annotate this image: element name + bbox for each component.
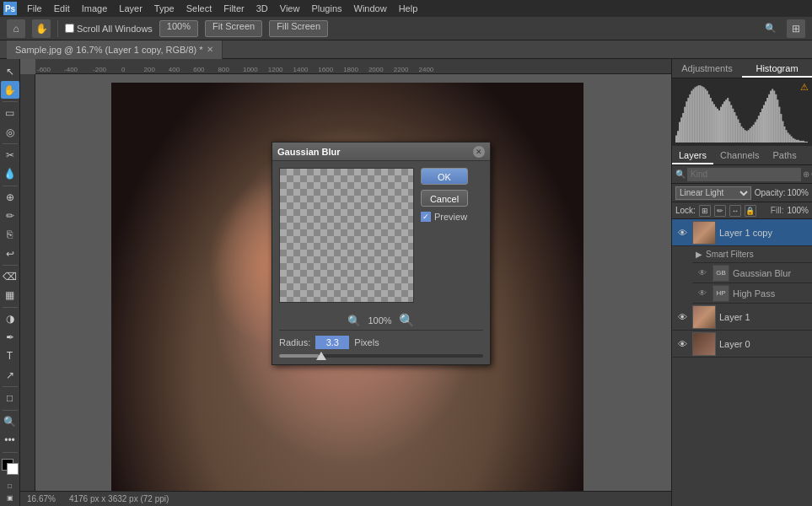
zoom-percent-btn[interactable]: 100% xyxy=(159,20,198,37)
search-icon[interactable]: 🔍 xyxy=(761,19,780,38)
vertical-ruler xyxy=(20,74,35,506)
clone-tool[interactable]: ⎘ xyxy=(1,226,19,244)
layers-search-input[interactable] xyxy=(687,168,801,181)
ok-button[interactable]: OK xyxy=(421,168,468,185)
tab-close-btn[interactable]: ✕ xyxy=(207,40,213,59)
histogram-tab[interactable]: Histogram xyxy=(742,59,812,78)
svg-rect-32 xyxy=(730,105,732,143)
layers-tab-bar: Layers Channels Paths xyxy=(672,146,812,165)
radius-row: Radius: Pixels xyxy=(272,331,490,351)
gradient-tool[interactable]: ▦ xyxy=(1,287,19,304)
gaussian-blur-thumb: GB xyxy=(713,265,729,282)
menu-window[interactable]: Window xyxy=(349,0,392,17)
layer-item-layer1copy[interactable]: 👁 Layer 1 copy xyxy=(672,219,812,246)
menu-select[interactable]: Select xyxy=(181,0,218,17)
layer-visibility-toggle-layer0[interactable]: 👁 xyxy=(675,337,689,351)
layer-visibility-toggle-layer1[interactable]: 👁 xyxy=(675,310,689,324)
eyedropper-tool[interactable]: 💧 xyxy=(1,165,19,183)
screen-mode[interactable]: ▣ xyxy=(3,493,17,503)
preview-checkbox[interactable]: ✓ xyxy=(421,212,431,222)
radius-input[interactable] xyxy=(315,336,349,349)
layer-thumbnail-layer0 xyxy=(692,332,716,356)
svg-rect-25 xyxy=(718,110,720,143)
menu-edit[interactable]: Edit xyxy=(49,0,75,17)
lock-position-btn[interactable]: ✏ xyxy=(714,205,726,217)
menu-view[interactable]: View xyxy=(275,0,305,17)
svg-rect-10 xyxy=(692,89,694,143)
zoom-tool[interactable]: 🔍 xyxy=(1,413,19,431)
radius-slider-thumb[interactable] xyxy=(316,352,326,360)
background-color[interactable] xyxy=(7,463,19,475)
lock-pixels-btn[interactable]: ⊞ xyxy=(699,205,711,217)
menu-file[interactable]: File xyxy=(22,0,47,17)
gaussian-blur-filter[interactable]: 👁 GB Gaussian Blur xyxy=(692,263,812,283)
dodge-tool[interactable]: ◑ xyxy=(1,310,19,328)
home-icon[interactable]: ⌂ xyxy=(7,19,25,38)
cancel-button[interactable]: Cancel xyxy=(421,190,468,207)
blend-mode-select[interactable]: Linear Light xyxy=(675,186,751,200)
radius-label: Radius: xyxy=(279,337,310,347)
heal-tool[interactable]: ⊕ xyxy=(1,189,19,207)
svg-rect-68 xyxy=(793,138,794,143)
smart-filters-expand[interactable]: ▶ xyxy=(696,250,702,259)
radius-slider-track[interactable] xyxy=(279,354,483,358)
history-brush[interactable]: ↩ xyxy=(1,245,19,262)
menu-bar: Ps File Edit Image Layer Type Select Fil… xyxy=(0,0,812,17)
more-tools[interactable]: ••• xyxy=(1,432,19,449)
menu-help[interactable]: Help xyxy=(394,0,423,17)
marquee-tool[interactable]: ▭ xyxy=(1,105,19,122)
high-pass-eye[interactable]: 👁 xyxy=(696,287,709,300)
crop-tool[interactable]: ✂ xyxy=(1,147,19,164)
lock-all-btn[interactable]: 🔒 xyxy=(745,205,756,217)
svg-rect-53 xyxy=(766,98,768,143)
menu-image[interactable]: Image xyxy=(77,0,113,17)
menu-layer[interactable]: Layer xyxy=(114,0,148,17)
layer-filter-icon1[interactable]: ⊕ xyxy=(803,170,809,179)
menu-plugins[interactable]: Plugins xyxy=(306,0,347,17)
svg-rect-16 xyxy=(703,87,705,143)
paths-tab[interactable]: Paths xyxy=(766,146,804,164)
document-tab[interactable]: Sample.jpg @ 16.7% (Layer 1 copy, RGB/8)… xyxy=(7,40,223,59)
svg-rect-60 xyxy=(778,107,780,143)
layers-tab[interactable]: Layers xyxy=(672,146,713,164)
svg-rect-12 xyxy=(696,86,697,143)
fit-screen-btn[interactable]: Fit Screen xyxy=(205,20,262,37)
channels-tab[interactable]: Channels xyxy=(713,146,766,164)
hand-tool[interactable]: ✋ xyxy=(1,81,19,99)
slider-row[interactable] xyxy=(272,351,490,364)
svg-rect-3 xyxy=(680,117,682,143)
path-select[interactable]: ↗ xyxy=(1,366,19,384)
layer-item-layer1[interactable]: 👁 Layer 1 xyxy=(672,304,812,331)
menu-type[interactable]: Type xyxy=(149,0,180,17)
eraser-tool[interactable]: ⌫ xyxy=(1,268,19,286)
lock-artboards-btn[interactable]: ↔ xyxy=(729,205,741,217)
preview-label: Preview xyxy=(434,212,467,222)
menu-filter[interactable]: Filter xyxy=(218,0,249,17)
zoom-in-icon[interactable]: 🔍 xyxy=(399,313,415,328)
panels-icon[interactable]: ⊞ xyxy=(787,19,805,38)
type-tool[interactable]: T xyxy=(1,347,19,365)
hand-tool-btn[interactable]: ✋ xyxy=(32,19,51,38)
adjustments-tab[interactable]: Adjustments xyxy=(672,59,742,78)
tool-separator-5 xyxy=(3,307,18,308)
move-tool[interactable]: ↖ xyxy=(1,62,19,80)
layer-visibility-toggle-1copy[interactable]: 👁 xyxy=(675,226,689,240)
gaussian-blur-eye[interactable]: 👁 xyxy=(696,266,709,280)
fill-screen-btn[interactable]: Fill Screen xyxy=(269,20,328,37)
scroll-all-label[interactable]: Scroll All Windows xyxy=(65,24,153,34)
menu-3d[interactable]: 3D xyxy=(251,0,273,17)
color-boxes[interactable] xyxy=(2,459,19,475)
standard-mode[interactable]: □ xyxy=(3,481,17,491)
svg-rect-67 xyxy=(791,137,793,143)
zoom-out-icon[interactable]: 🔍 xyxy=(347,315,361,327)
pen-tool[interactable]: ✒ xyxy=(1,329,19,347)
brush-tool[interactable]: ✏ xyxy=(1,207,19,225)
dialog-titlebar: Gaussian Blur ✕ xyxy=(272,143,490,161)
shape-tool[interactable]: □ xyxy=(1,390,19,407)
layer-item-layer0[interactable]: 👁 Layer 0 xyxy=(672,331,812,358)
dialog-preview[interactable] xyxy=(279,168,414,303)
high-pass-filter[interactable]: 👁 HP High Pass xyxy=(692,283,812,304)
scroll-all-checkbox[interactable] xyxy=(65,24,74,33)
dialog-close-btn[interactable]: ✕ xyxy=(473,146,485,158)
lasso-tool[interactable]: ◎ xyxy=(1,123,19,141)
